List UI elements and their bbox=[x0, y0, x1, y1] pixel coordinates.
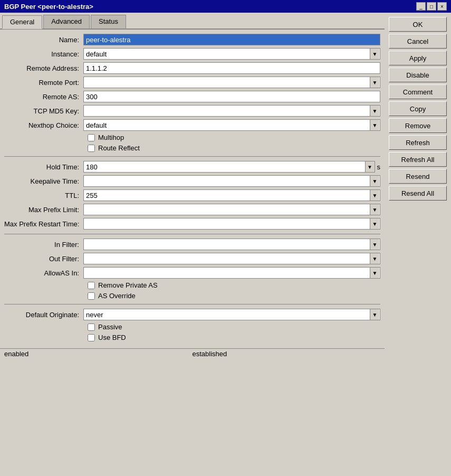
remote-as-input[interactable] bbox=[83, 91, 380, 102]
default-originate-row: Default Originate: never ▼ bbox=[4, 309, 380, 320]
out-filter-label: Out Filter: bbox=[4, 255, 83, 263]
hold-time-input-wrapper: ▼ s bbox=[83, 161, 380, 173]
tcp-md5-select-wrapper: ▼ bbox=[83, 105, 380, 117]
window-title: BGP Peer <peer-to-alestra> bbox=[4, 3, 93, 11]
cancel-button[interactable]: Cancel bbox=[389, 34, 447, 49]
tab-bar: General Advanced Status bbox=[0, 13, 385, 30]
instance-select-wrapper: default ▼ bbox=[83, 48, 380, 60]
max-prefix-select[interactable] bbox=[83, 204, 380, 215]
resend-button[interactable]: Resend bbox=[389, 169, 447, 184]
route-reflect-checkbox[interactable] bbox=[88, 145, 95, 152]
allowas-select[interactable] bbox=[83, 267, 380, 279]
allowas-select-wrapper: ▼ bbox=[83, 267, 380, 279]
hold-time-arrow[interactable]: ▼ bbox=[366, 161, 375, 173]
use-bfd-label: Use BFD bbox=[98, 334, 126, 341]
remove-private-checkbox[interactable] bbox=[88, 282, 95, 289]
instance-row: Instance: default ▼ bbox=[4, 48, 380, 60]
hold-time-label: Hold Time: bbox=[4, 163, 83, 171]
tcp-md5-row: TCP MD5 Key: ▼ bbox=[4, 105, 380, 117]
tab-status[interactable]: Status bbox=[91, 15, 126, 28]
minimize-button[interactable]: _ bbox=[416, 2, 426, 11]
title-controls: _ □ × bbox=[416, 2, 447, 11]
max-prefix-restart-select-wrapper: ▼ bbox=[83, 218, 380, 230]
keepalive-select[interactable] bbox=[83, 175, 380, 187]
as-override-checkbox[interactable] bbox=[88, 292, 95, 300]
remote-port-label: Remote Port: bbox=[4, 79, 83, 87]
max-prefix-restart-select[interactable] bbox=[83, 218, 380, 230]
remote-address-input[interactable] bbox=[83, 62, 380, 74]
divider-2 bbox=[4, 234, 380, 234]
status-bar: enabled established bbox=[0, 348, 385, 359]
in-filter-select-wrapper: ▼ bbox=[83, 239, 380, 250]
max-prefix-restart-row: Max Prefix Restart Time: ▼ bbox=[4, 218, 380, 230]
out-filter-row: Out Filter: ▼ bbox=[4, 253, 380, 264]
remote-as-row: Remote AS: bbox=[4, 91, 380, 102]
ok-button[interactable]: OK bbox=[389, 17, 447, 32]
remote-port-select[interactable] bbox=[83, 77, 380, 88]
multihop-row: Multihop bbox=[88, 134, 380, 141]
in-filter-row: In Filter: ▼ bbox=[4, 239, 380, 250]
resend-all-button[interactable]: Resend All bbox=[389, 186, 447, 201]
route-reflect-row: Route Reflect bbox=[88, 144, 380, 152]
remove-private-row: Remove Private AS bbox=[88, 281, 380, 289]
copy-button[interactable]: Copy bbox=[389, 101, 447, 116]
refresh-all-button[interactable]: Refresh All bbox=[389, 152, 447, 167]
default-originate-select[interactable]: never bbox=[83, 309, 380, 320]
as-override-row: AS Override bbox=[88, 292, 380, 300]
remote-address-row: Remote Address: bbox=[4, 62, 380, 74]
max-prefix-restart-label: Max Prefix Restart Time: bbox=[4, 220, 83, 228]
close-button[interactable]: × bbox=[437, 2, 447, 11]
max-prefix-select-wrapper: ▼ bbox=[83, 204, 380, 215]
remote-address-label: Remote Address: bbox=[4, 64, 83, 72]
in-filter-select[interactable] bbox=[83, 239, 380, 250]
in-filter-label: In Filter: bbox=[4, 241, 83, 249]
as-override-label: AS Override bbox=[98, 292, 136, 300]
refresh-button[interactable]: Refresh bbox=[389, 135, 447, 150]
comment-button[interactable]: Comment bbox=[389, 84, 447, 99]
remove-private-label: Remove Private AS bbox=[98, 281, 158, 289]
passive-checkbox[interactable] bbox=[88, 323, 95, 331]
name-input[interactable] bbox=[83, 34, 380, 45]
apply-button[interactable]: Apply bbox=[389, 51, 447, 65]
title-bar: BGP Peer <peer-to-alestra> _ □ × bbox=[0, 0, 451, 13]
form-area: General Advanced Status Name: Instance: … bbox=[0, 13, 385, 359]
nexthop-row: Nexthop Choice: default ▼ bbox=[4, 119, 380, 131]
ttl-select-wrapper: 255 ▼ bbox=[83, 189, 380, 201]
nexthop-select-wrapper: default ▼ bbox=[83, 119, 380, 131]
default-originate-label: Default Originate: bbox=[4, 311, 83, 319]
disable-button[interactable]: Disable bbox=[389, 68, 447, 82]
instance-select[interactable]: default bbox=[83, 48, 380, 60]
keepalive-row: Keepalive Time: ▼ bbox=[4, 175, 380, 187]
default-originate-select-wrapper: never ▼ bbox=[83, 309, 380, 320]
maximize-button[interactable]: □ bbox=[427, 2, 436, 11]
ttl-select[interactable]: 255 bbox=[83, 189, 380, 201]
divider-3 bbox=[4, 304, 380, 304]
hold-time-input[interactable] bbox=[83, 161, 366, 173]
tab-advanced[interactable]: Advanced bbox=[43, 15, 90, 28]
keepalive-label: Keepalive Time: bbox=[4, 177, 83, 185]
max-prefix-label: Max Prefix Limit: bbox=[4, 206, 83, 214]
status-left: enabled bbox=[4, 350, 193, 358]
main-container: General Advanced Status Name: Instance: … bbox=[0, 13, 451, 359]
passive-label: Passive bbox=[98, 323, 122, 331]
form-content: Name: Instance: default ▼ Remote Address… bbox=[0, 30, 385, 348]
remote-port-row: Remote Port: ▼ bbox=[4, 77, 380, 88]
use-bfd-checkbox[interactable] bbox=[88, 334, 95, 341]
remove-button[interactable]: Remove bbox=[389, 118, 447, 133]
passive-row: Passive bbox=[88, 323, 380, 331]
button-panel: OK Cancel Apply Disable Comment Copy Rem… bbox=[385, 13, 451, 359]
tab-general[interactable]: General bbox=[2, 15, 42, 29]
divider-1 bbox=[4, 156, 380, 157]
keepalive-select-wrapper: ▼ bbox=[83, 175, 380, 187]
tcp-md5-select[interactable] bbox=[83, 105, 380, 117]
out-filter-select[interactable] bbox=[83, 253, 380, 264]
out-filter-select-wrapper: ▼ bbox=[83, 253, 380, 264]
nexthop-label: Nexthop Choice: bbox=[4, 121, 83, 129]
hold-time-row: Hold Time: ▼ s bbox=[4, 161, 380, 173]
use-bfd-row: Use BFD bbox=[88, 334, 380, 341]
max-prefix-row: Max Prefix Limit: ▼ bbox=[4, 204, 380, 215]
multihop-label: Multihop bbox=[98, 134, 124, 141]
multihop-checkbox[interactable] bbox=[88, 134, 95, 141]
name-label: Name: bbox=[4, 36, 83, 44]
nexthop-select[interactable]: default bbox=[83, 119, 380, 131]
